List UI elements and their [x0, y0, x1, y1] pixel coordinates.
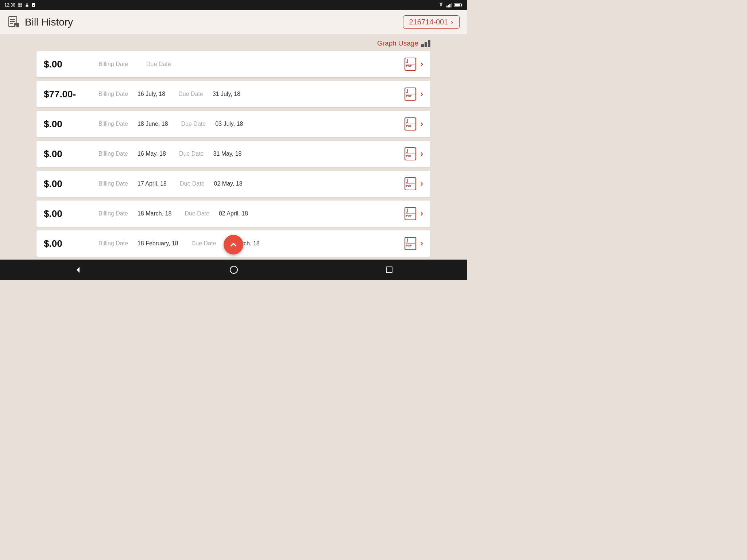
- scroll-up-fab[interactable]: [224, 235, 243, 254]
- row-chevron-icon[interactable]: ›: [421, 119, 423, 129]
- back-icon: [74, 265, 82, 274]
- pdf-icon[interactable]: PDF: [405, 237, 416, 250]
- bill-amount: $.00: [44, 208, 98, 219]
- bill-amount: $77.00-: [44, 89, 98, 100]
- row-chevron-icon[interactable]: ›: [421, 89, 423, 99]
- bill-amount: $.00: [44, 118, 98, 130]
- bill-amount: $.00: [44, 178, 98, 190]
- bill-amount: $.00: [44, 59, 98, 70]
- chevron-up-icon: [229, 240, 238, 249]
- billing-date-value: 16 May, 18: [138, 151, 166, 157]
- svg-rect-3: [20, 5, 22, 7]
- bill-dates: Billing Date 18 June, 18 Due Date 03 Jul…: [98, 121, 405, 127]
- row-chevron-icon[interactable]: ›: [421, 239, 423, 248]
- svg-rect-14: [461, 4, 462, 6]
- account-badge[interactable]: 216714-001 ›: [403, 15, 460, 29]
- billing-date-value: 17 April, 18: [138, 180, 167, 187]
- due-date-value: 03 July, 18: [215, 121, 243, 127]
- row-chevron-icon[interactable]: ›: [421, 149, 423, 159]
- bill-actions: PDF ›: [405, 177, 423, 190]
- billing-date-label: Billing Date: [98, 91, 128, 97]
- bill-amount: $.00: [44, 148, 98, 160]
- due-date-value: 02 May, 18: [214, 180, 243, 187]
- account-number: 216714-001: [409, 18, 448, 26]
- pdf-icon[interactable]: PDF: [405, 147, 416, 160]
- wifi-icon: [438, 3, 444, 8]
- svg-text:PDF: PDF: [406, 65, 412, 68]
- billing-date-label: Billing Date: [98, 180, 128, 187]
- bill-row[interactable]: $.00 Billing Date 18 June, 18 Due Date 0…: [36, 111, 430, 137]
- due-date-label: Due Date: [180, 180, 205, 187]
- pdf-icon[interactable]: PDF: [405, 58, 416, 71]
- svg-text:PDF: PDF: [406, 94, 412, 98]
- due-date-label: Due Date: [191, 240, 216, 247]
- bill-actions: PDF ›: [405, 117, 423, 131]
- sim-icon: [31, 3, 36, 8]
- svg-rect-11: [451, 3, 452, 7]
- bill-row[interactable]: $77.00- Billing Date 16 July, 18 Due Dat…: [36, 81, 430, 107]
- billing-date-value: 18 June, 18: [138, 121, 168, 127]
- svg-rect-2: [18, 5, 20, 7]
- graph-usage-link[interactable]: Graph Usage: [377, 39, 418, 47]
- svg-rect-47: [386, 267, 392, 273]
- app-bar: $ Bill History 216714-001 ›: [0, 10, 467, 34]
- bill-row[interactable]: $.00 Billing Date Due Date PDF ›: [36, 51, 430, 77]
- due-date-label: Due Date: [179, 151, 204, 157]
- svg-text:PDF: PDF: [406, 124, 412, 128]
- svg-rect-0: [18, 3, 20, 5]
- svg-rect-9: [448, 5, 449, 7]
- recents-icon: [385, 266, 393, 274]
- home-icon: [230, 266, 238, 274]
- nav-bar: [0, 260, 467, 280]
- pdf-icon[interactable]: PDF: [405, 117, 416, 131]
- bill-row[interactable]: $.00 Billing Date 18 March, 18 Due Date …: [36, 201, 430, 227]
- bill-row[interactable]: $.00 Billing Date 17 April, 18 Due Date …: [36, 171, 430, 197]
- bill-dates: Billing Date 16 May, 18 Due Date 31 May,…: [98, 151, 405, 157]
- bill-actions: PDF ›: [405, 207, 423, 220]
- bill-list: $.00 Billing Date Due Date PDF › $77.00-…: [36, 51, 430, 260]
- row-chevron-icon[interactable]: ›: [421, 179, 423, 188]
- status-time: 12:38: [4, 3, 15, 8]
- content-area: Graph Usage $.00 Billing Date Due Date P…: [0, 34, 467, 260]
- due-date-label: Due Date: [181, 121, 206, 127]
- bill-row[interactable]: $.00 Billing Date 16 May, 18 Due Date 31…: [36, 141, 430, 167]
- svg-rect-6: [33, 5, 34, 6]
- bill-dates: Billing Date Due Date: [98, 61, 405, 67]
- svg-text:PDF: PDF: [406, 244, 412, 247]
- billing-date-label: Billing Date: [98, 121, 128, 127]
- pdf-icon[interactable]: PDF: [405, 207, 416, 220]
- bill-amount: $.00: [44, 238, 98, 249]
- row-chevron-icon[interactable]: ›: [421, 59, 423, 69]
- due-date-label: Due Date: [146, 61, 171, 67]
- home-button[interactable]: [230, 266, 238, 274]
- svg-marker-45: [77, 267, 80, 273]
- status-bar: 12:38: [0, 0, 467, 10]
- svg-point-46: [230, 266, 237, 273]
- due-date-label: Due Date: [178, 91, 203, 97]
- bill-dates: Billing Date 17 April, 18 Due Date 02 Ma…: [98, 180, 405, 187]
- billing-date-label: Billing Date: [98, 151, 128, 157]
- due-date-label: Due Date: [185, 210, 209, 217]
- page-title: Bill History: [25, 16, 73, 28]
- bill-actions: PDF ›: [405, 88, 423, 101]
- bill-actions: PDF ›: [405, 147, 423, 160]
- billing-date-value: 18 March, 18: [138, 210, 171, 217]
- pdf-icon[interactable]: PDF: [405, 88, 416, 101]
- app-bar-left: $ Bill History: [7, 16, 73, 29]
- pdf-icon[interactable]: PDF: [405, 177, 416, 190]
- due-date-value: 02 April, 18: [219, 210, 248, 217]
- lock-icon: [25, 3, 29, 8]
- row-chevron-icon[interactable]: ›: [421, 209, 423, 218]
- recents-button[interactable]: [385, 266, 393, 274]
- bill-dates: Billing Date 16 July, 18 Due Date 31 Jul…: [98, 91, 405, 97]
- status-left: 12:38: [4, 3, 36, 8]
- bill-actions: PDF ›: [405, 237, 423, 250]
- svg-text:$: $: [15, 24, 17, 27]
- status-right: [438, 3, 462, 8]
- notification-icon: [18, 3, 23, 8]
- back-button[interactable]: [74, 265, 82, 274]
- svg-rect-13: [455, 4, 460, 7]
- battery-icon: [454, 3, 462, 7]
- billing-date-value: 16 July, 18: [138, 91, 165, 97]
- due-date-value: 31 July, 18: [213, 91, 240, 97]
